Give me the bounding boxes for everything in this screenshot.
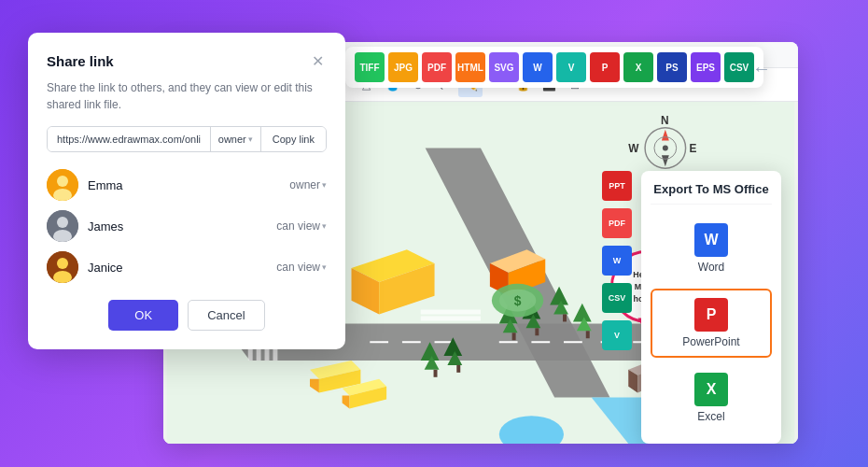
cancel-button[interactable]: Cancel bbox=[188, 300, 264, 331]
chevron-down-icon: ▾ bbox=[322, 262, 327, 272]
svg-text:W: W bbox=[628, 142, 639, 155]
svg-rect-12 bbox=[421, 316, 481, 320]
copy-link-button[interactable]: Copy link bbox=[260, 127, 326, 151]
link-role-dropdown[interactable]: owner ▾ bbox=[210, 127, 260, 151]
user-role-label-emma: owner bbox=[289, 178, 320, 191]
export-label-excel: Excel bbox=[697, 410, 724, 423]
export-item-excel[interactable]: X Excel bbox=[651, 363, 772, 432]
svg-rect-50 bbox=[535, 328, 539, 335]
svg-point-84 bbox=[57, 217, 68, 228]
link-row: owner ▾ Copy link bbox=[47, 126, 327, 152]
export-label-ppt: PowerPoint bbox=[682, 335, 739, 348]
user-role-james[interactable]: can view ▾ bbox=[276, 219, 327, 233]
user-name-janice: Janice bbox=[88, 261, 123, 275]
modal-close-button[interactable]: ✕ bbox=[308, 51, 327, 70]
arrow-indicator: ← bbox=[752, 58, 771, 79]
export-panel-title: Export To MS Office bbox=[651, 182, 772, 205]
svg-text:N: N bbox=[661, 114, 669, 127]
btn-html[interactable]: HTML bbox=[455, 52, 485, 82]
user-role-janice[interactable]: can view ▾ bbox=[276, 261, 327, 274]
avatar-janice bbox=[47, 251, 78, 283]
side-icon-ppt[interactable]: PPT bbox=[602, 171, 632, 201]
side-icon-v[interactable]: V bbox=[602, 320, 632, 350]
svg-text:$: $ bbox=[514, 293, 522, 308]
svg-point-81 bbox=[57, 176, 68, 187]
modal-actions: OK Cancel bbox=[47, 300, 327, 331]
side-icon-pdf[interactable]: PDF bbox=[602, 208, 632, 238]
btn-tiff[interactable]: TIFF bbox=[355, 52, 385, 82]
side-icon-csv[interactable]: CSV bbox=[602, 283, 632, 313]
svg-rect-53 bbox=[563, 315, 567, 322]
export-label-word: Word bbox=[698, 261, 724, 274]
chevron-down-icon: ▾ bbox=[322, 180, 327, 190]
export-item-word[interactable]: W Word bbox=[651, 214, 772, 283]
user-role-label-janice: can view bbox=[276, 261, 320, 274]
export-item-ppt[interactable]: P PowerPoint bbox=[651, 289, 772, 358]
btn-ppt[interactable]: P bbox=[590, 52, 620, 82]
export-side-icons: PPT PDF W CSV V bbox=[602, 171, 632, 350]
share-link-modal: Share link ✕ Share the link to others, a… bbox=[28, 33, 345, 349]
svg-rect-11 bbox=[421, 310, 481, 315]
modal-description: Share the link to others, and they can v… bbox=[47, 79, 327, 113]
svg-text:E: E bbox=[690, 142, 697, 155]
export-icon-word: W bbox=[694, 223, 728, 257]
btn-eps[interactable]: EPS bbox=[691, 52, 721, 82]
btn-jpg[interactable]: JPG bbox=[388, 52, 418, 82]
user-name-emma: Emma bbox=[88, 178, 123, 192]
modal-title: Share link bbox=[47, 53, 114, 69]
avatar-emma bbox=[47, 169, 78, 201]
user-row-emma: Emma owner ▾ bbox=[47, 169, 327, 201]
btn-word[interactable]: W bbox=[523, 52, 553, 82]
btn-svg[interactable]: SVG bbox=[489, 52, 519, 82]
svg-point-64 bbox=[663, 145, 668, 150]
user-info-janice: Janice bbox=[47, 251, 123, 283]
user-role-emma[interactable]: owner ▾ bbox=[289, 178, 327, 191]
export-icon-ppt: P bbox=[694, 298, 728, 332]
side-icon-word[interactable]: W bbox=[602, 246, 632, 276]
export-panel: PPT PDF W CSV V Export To MS Office W Wo… bbox=[641, 171, 781, 444]
btn-pdf[interactable]: PDF bbox=[422, 52, 452, 82]
svg-rect-47 bbox=[512, 333, 516, 340]
chevron-down-icon: ▾ bbox=[248, 134, 253, 144]
ok-button[interactable]: OK bbox=[108, 300, 178, 331]
export-icon-excel: X bbox=[694, 373, 728, 406]
avatar-james bbox=[47, 210, 78, 242]
btn-v[interactable]: V bbox=[556, 52, 586, 82]
svg-point-87 bbox=[57, 258, 68, 269]
user-row-janice: Janice can view ▾ bbox=[47, 251, 327, 283]
link-role-label: owner bbox=[218, 134, 246, 145]
link-input[interactable] bbox=[48, 127, 210, 151]
modal-header: Share link ✕ bbox=[47, 51, 327, 70]
btn-xls[interactable]: X bbox=[623, 52, 653, 82]
user-row-james: James can view ▾ bbox=[47, 210, 327, 242]
user-info-emma: Emma bbox=[47, 169, 123, 201]
format-toolbar: TIFF JPG PDF HTML SVG W V P X PS EPS CSV bbox=[345, 47, 763, 88]
svg-rect-59 bbox=[434, 370, 438, 377]
btn-csv[interactable]: CSV bbox=[724, 52, 754, 82]
user-list: Emma owner ▾ James can view ▾ bbox=[47, 169, 327, 283]
svg-rect-62 bbox=[456, 365, 460, 373]
svg-rect-56 bbox=[586, 331, 590, 338]
btn-ps[interactable]: PS bbox=[657, 52, 687, 82]
user-role-label-james: can view bbox=[276, 219, 320, 233]
chevron-down-icon: ▾ bbox=[322, 221, 327, 231]
user-info-james: James bbox=[47, 210, 123, 242]
user-name-james: James bbox=[88, 219, 123, 234]
export-items: W Word P PowerPoint X Excel bbox=[651, 214, 772, 432]
